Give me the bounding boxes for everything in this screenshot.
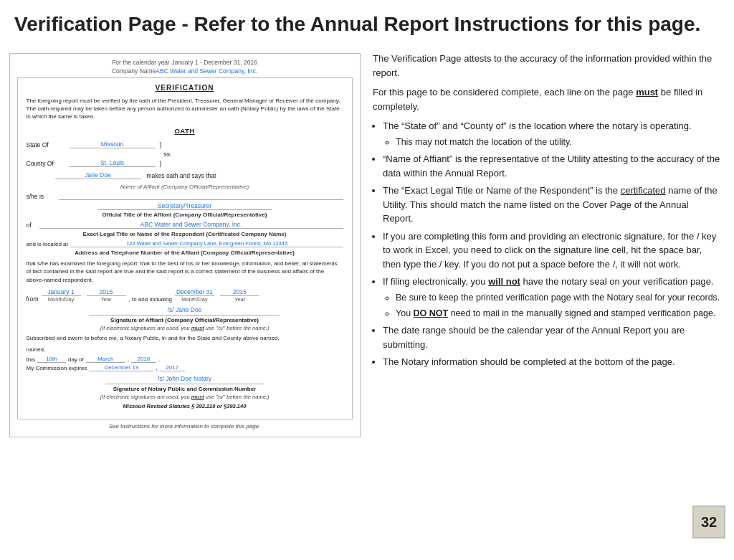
doc-to-month-day: December 31: [175, 288, 214, 296]
doc-from-year: 2015: [87, 288, 126, 296]
doc-instructions: See Instructions for more information to…: [10, 419, 360, 431]
doc-name-affiant-label: Name of Affiant (Company Official/Repres…: [27, 184, 343, 190]
doc-to-year: 2015: [220, 288, 259, 296]
doc-month-value: March: [86, 356, 125, 363]
doc-commission-row: My Commission expires December 19 , 2017: [27, 364, 343, 371]
doc-subscribed-text: Subscribed and sworn to before me, a Not…: [27, 334, 343, 342]
doc-sign-label: Signature of Affiant (Company Official/R…: [27, 317, 343, 323]
instructions-panel: The Verification Page attests to the acc…: [366, 46, 734, 560]
doc-notary-sign-area: /s/ John Doe Notary Signature of Notary …: [27, 375, 343, 400]
inst-para2: For this page to be considered complete,…: [373, 85, 721, 113]
doc-day-label: day of: [68, 356, 84, 363]
doc-commission-value: December 19: [89, 364, 153, 371]
inst-bullet-1-text: The “State of” and “County of” is the lo…: [383, 120, 692, 131]
doc-notary-italic: (If electronic signatures are used, you …: [27, 394, 343, 400]
doc-notary-title: Signature of Notary Public and Commissio…: [27, 386, 343, 392]
content-area: For the calendar year January 1 - Decemb…: [0, 46, 734, 560]
doc-subscribed-named: named,: [27, 346, 343, 353]
doc-company-name: Company NameABC Water and Sewer Company,…: [10, 67, 360, 77]
inst-bullet-3: The “Exact Legal Title or Name of the Re…: [383, 184, 721, 226]
doc-official-title-value: Secretary/Treasurer: [97, 202, 272, 210]
doc-date-row: from January 1 Month/Day 2015 Year , to …: [27, 288, 343, 303]
doc-from-month-day: January 1: [42, 288, 81, 296]
doc-county-suffix: }: [160, 160, 162, 167]
doc-notary-sign-value: /s/ John Doe Notary: [27, 375, 343, 382]
doc-state-row: State Of Missouri }: [27, 141, 343, 148]
doc-located-text: and is located at: [27, 241, 68, 247]
doc-sign-area: /s/ Jane Doe Signature of Affiant (Compa…: [27, 306, 343, 331]
doc-exact-title-label: Exact Legal Title or Name of the Respond…: [27, 231, 343, 237]
doc-county-label: County Of: [27, 160, 70, 167]
doc-sworn-day-row: this 10th day of March , 2016 .: [27, 356, 343, 363]
inst-para2-must: must: [636, 87, 658, 98]
doc-day-value: 10th: [37, 356, 66, 363]
inst-bullet-4: If you are completing this form and prov…: [383, 229, 721, 272]
inst-certificated: certificated: [621, 185, 666, 196]
doc-official-title-label: Official Title of the Affiant (Company O…: [27, 212, 343, 218]
doc-inner: VERIFICATION The foregoing report must b…: [17, 77, 353, 419]
doc-body-text: that s/he has examined the foregoing rep…: [27, 260, 343, 285]
inst-para2-prefix: For this page to be considered complete,…: [373, 87, 636, 98]
doc-sign-italic: (If electronic signatures are used, you …: [27, 325, 343, 331]
main-container: Verification Page - Refer to the Annual …: [0, 0, 734, 560]
doc-this-label: this: [27, 356, 35, 363]
inst-sub-list-5: Be sure to keep the printed verification…: [396, 291, 721, 321]
inst-para1: The Verification Page attests to the acc…: [373, 52, 721, 80]
doc-state-suffix: }: [160, 141, 162, 148]
doc-section-title: VERIFICATION: [27, 84, 343, 92]
doc-commission-label: My Commission expires: [27, 365, 87, 371]
inst-bullet-2: “Name of Affiant” is the representative …: [383, 152, 721, 180]
inst-do-not: DO NOT: [414, 308, 449, 318]
doc-located-row: and is located at 123 Water and Sewer Co…: [27, 240, 343, 247]
doc-commission-year: 2017: [160, 364, 185, 371]
doc-of-label: of: [27, 222, 39, 229]
doc-company-name2: ABC Water and Sewer Company, Inc.: [39, 221, 343, 229]
doc-county-row: County Of St. Louis }: [27, 159, 343, 167]
inst-sub-list-1: This may not match the location of the u…: [396, 136, 721, 149]
doc-company-link[interactable]: ABC Water and Sewer Company, Inc.: [156, 67, 257, 75]
doc-she-is-row: s/he is: [27, 193, 343, 200]
doc-address-value: 123 Water and Sewer Company Lane, Evergr…: [71, 240, 343, 247]
doc-ss-label: ss:: [164, 151, 343, 158]
inst-sub-5-2: You DO NOT need to mail in the manually …: [396, 307, 721, 321]
inst-bullet-6: The date range should be the calendar ye…: [383, 323, 721, 351]
page-title: Verification Page - Refer to the Annual …: [0, 0, 734, 46]
doc-to-label: , to and including: [129, 296, 173, 303]
doc-state-label: State Of: [27, 141, 70, 148]
page-number-badge: 32: [692, 506, 725, 538]
doc-year2-value: 2016: [131, 356, 156, 363]
doc-affiant-name: Jane Doe: [55, 171, 141, 179]
inst-will-not: will not: [488, 276, 520, 287]
doc-makes-oath-row: Jane Doe makes oath and says that: [27, 171, 343, 179]
inst-bullet-7: The Notary information should be complet…: [383, 355, 721, 369]
inst-bullet-1: The “State of” and “County of” is the lo…: [383, 119, 721, 148]
page-number: 32: [701, 514, 717, 531]
doc-state-value: Missouri: [70, 141, 156, 148]
doc-oath-title: OATH: [27, 127, 343, 135]
doc-sign-value: /s/ Jane Doe: [27, 306, 343, 313]
inst-bullet-list: The “State of” and “County of” is the lo…: [383, 119, 721, 369]
inst-sub-1-1: This may not match the location of the u…: [396, 136, 721, 149]
inst-bullet-5: If filing electronically, you will not h…: [383, 275, 721, 320]
doc-of-row: of ABC Water and Sewer Company, Inc.: [27, 221, 343, 229]
doc-from-label: from: [27, 295, 39, 303]
inst-sub-5-1: Be sure to keep the printed verification…: [396, 291, 721, 305]
document-box: For the calendar year January 1 - Decemb…: [9, 53, 361, 437]
doc-address-label: Address and Telephone Number of the Affi…: [27, 250, 343, 256]
doc-statute: Missouri Revised Statutes § 392.210 or §…: [27, 403, 343, 409]
doc-calendar-year: For the calendar year January 1 - Decemb…: [10, 54, 360, 67]
doc-she-label: s/he is: [27, 193, 52, 200]
doc-intro-para: The foregoing report must be verified by…: [27, 97, 343, 121]
doc-county-value: St. Louis: [70, 159, 156, 167]
doc-company-label: Company Name: [112, 67, 156, 75]
doc-makes-oath-text: makes oath and says that: [147, 172, 216, 179]
document-panel: For the calendar year January 1 - Decemb…: [0, 46, 366, 560]
